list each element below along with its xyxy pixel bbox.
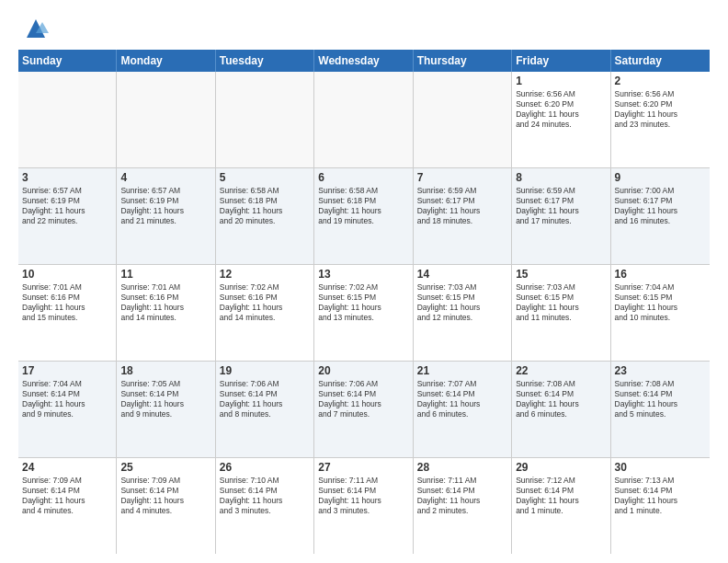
calendar-cell-1-0: 3Sunrise: 6:57 AM Sunset: 6:19 PM Daylig…: [18, 168, 117, 264]
day-number: 11: [120, 268, 210, 281]
cell-info: Sunrise: 7:11 AM Sunset: 6:14 PM Dayligh…: [417, 476, 507, 516]
top-section: [18, 15, 710, 42]
day-number: 21: [417, 364, 507, 377]
day-number: 5: [220, 171, 310, 184]
calendar-row-0: 1Sunrise: 6:56 AM Sunset: 6:20 PM Daylig…: [18, 72, 710, 168]
cell-info: Sunrise: 6:56 AM Sunset: 6:20 PM Dayligh…: [516, 89, 606, 130]
calendar-row-4: 24Sunrise: 7:09 AM Sunset: 6:14 PM Dayli…: [18, 458, 710, 554]
cell-info: Sunrise: 7:10 AM Sunset: 6:14 PM Dayligh…: [220, 476, 310, 516]
cell-info: Sunrise: 7:00 AM Sunset: 6:17 PM Dayligh…: [615, 186, 706, 226]
day-number: 26: [220, 461, 310, 474]
cell-info: Sunrise: 7:01 AM Sunset: 6:16 PM Dayligh…: [120, 282, 210, 323]
calendar-cell-3-0: 17Sunrise: 7:04 AM Sunset: 6:14 PM Dayli…: [18, 362, 117, 457]
page: SundayMondayTuesdayWednesdayThursdayFrid…: [0, 0, 728, 563]
cell-info: Sunrise: 7:04 AM Sunset: 6:15 PM Dayligh…: [615, 282, 706, 323]
header-cell-thursday: Thursday: [414, 50, 512, 72]
calendar-cell-1-4: 7Sunrise: 6:59 AM Sunset: 6:17 PM Daylig…: [414, 168, 512, 264]
calendar-cell-0-0: [18, 72, 117, 167]
cell-info: Sunrise: 7:04 AM Sunset: 6:14 PM Dayligh…: [22, 379, 112, 419]
header-cell-tuesday: Tuesday: [216, 50, 314, 72]
header-cell-monday: Monday: [117, 50, 215, 72]
calendar-cell-0-3: [314, 72, 413, 167]
day-number: 19: [220, 364, 310, 377]
calendar-cell-2-4: 14Sunrise: 7:03 AM Sunset: 6:15 PM Dayli…: [414, 265, 512, 361]
calendar-cell-2-1: 11Sunrise: 7:01 AM Sunset: 6:16 PM Dayli…: [117, 265, 215, 361]
cell-info: Sunrise: 6:58 AM Sunset: 6:18 PM Dayligh…: [220, 186, 310, 226]
calendar-row-1: 3Sunrise: 6:57 AM Sunset: 6:19 PM Daylig…: [18, 168, 710, 265]
day-number: 3: [22, 171, 112, 184]
day-number: 30: [615, 461, 706, 474]
calendar-cell-4-3: 27Sunrise: 7:11 AM Sunset: 6:14 PM Dayli…: [314, 458, 413, 554]
calendar-cell-1-1: 4Sunrise: 6:57 AM Sunset: 6:19 PM Daylig…: [117, 168, 215, 264]
day-number: 22: [516, 364, 606, 377]
cell-info: Sunrise: 7:06 AM Sunset: 6:14 PM Dayligh…: [220, 379, 310, 419]
cell-info: Sunrise: 6:57 AM Sunset: 6:19 PM Dayligh…: [120, 186, 210, 226]
calendar-cell-1-5: 8Sunrise: 6:59 AM Sunset: 6:17 PM Daylig…: [512, 168, 610, 264]
calendar-cell-2-3: 13Sunrise: 7:02 AM Sunset: 6:15 PM Dayli…: [314, 265, 413, 361]
cell-info: Sunrise: 7:09 AM Sunset: 6:14 PM Dayligh…: [22, 476, 112, 516]
day-number: 25: [120, 461, 210, 474]
calendar-cell-0-1: [117, 72, 215, 167]
day-number: 20: [318, 364, 408, 377]
calendar-cell-4-0: 24Sunrise: 7:09 AM Sunset: 6:14 PM Dayli…: [18, 458, 117, 554]
day-number: 16: [615, 268, 706, 281]
day-number: 1: [516, 75, 606, 87]
calendar-cell-3-3: 20Sunrise: 7:06 AM Sunset: 6:14 PM Dayli…: [314, 362, 413, 457]
cell-info: Sunrise: 7:02 AM Sunset: 6:16 PM Dayligh…: [220, 282, 310, 323]
cell-info: Sunrise: 7:08 AM Sunset: 6:14 PM Dayligh…: [516, 379, 606, 419]
calendar-cell-4-5: 29Sunrise: 7:12 AM Sunset: 6:14 PM Dayli…: [512, 458, 610, 554]
header-cell-friday: Friday: [512, 50, 610, 72]
day-number: 7: [417, 171, 507, 184]
cell-info: Sunrise: 7:06 AM Sunset: 6:14 PM Dayligh…: [318, 379, 408, 419]
calendar-header: SundayMondayTuesdayWednesdayThursdayFrid…: [18, 50, 710, 72]
header-cell-sunday: Sunday: [18, 50, 117, 72]
cell-info: Sunrise: 6:56 AM Sunset: 6:20 PM Dayligh…: [615, 89, 706, 130]
header-cell-wednesday: Wednesday: [314, 50, 413, 72]
calendar-cell-4-4: 28Sunrise: 7:11 AM Sunset: 6:14 PM Dayli…: [414, 458, 512, 554]
calendar-cell-0-6: 2Sunrise: 6:56 AM Sunset: 6:20 PM Daylig…: [611, 72, 710, 167]
logo: [18, 15, 50, 42]
cell-info: Sunrise: 7:03 AM Sunset: 6:15 PM Dayligh…: [417, 282, 507, 323]
day-number: 6: [318, 171, 408, 184]
cell-info: Sunrise: 7:03 AM Sunset: 6:15 PM Dayligh…: [516, 282, 606, 323]
calendar-cell-2-0: 10Sunrise: 7:01 AM Sunset: 6:16 PM Dayli…: [18, 265, 117, 361]
day-number: 2: [615, 75, 706, 87]
cell-info: Sunrise: 7:12 AM Sunset: 6:14 PM Dayligh…: [516, 476, 606, 516]
calendar-cell-1-6: 9Sunrise: 7:00 AM Sunset: 6:17 PM Daylig…: [611, 168, 710, 264]
cell-info: Sunrise: 6:57 AM Sunset: 6:19 PM Dayligh…: [22, 186, 112, 226]
day-number: 14: [417, 268, 507, 281]
calendar-cell-3-6: 23Sunrise: 7:08 AM Sunset: 6:14 PM Dayli…: [611, 362, 710, 457]
cell-info: Sunrise: 7:02 AM Sunset: 6:15 PM Dayligh…: [318, 282, 408, 323]
cell-info: Sunrise: 7:13 AM Sunset: 6:14 PM Dayligh…: [615, 476, 706, 516]
calendar: SundayMondayTuesdayWednesdayThursdayFrid…: [18, 50, 710, 554]
cell-info: Sunrise: 7:11 AM Sunset: 6:14 PM Dayligh…: [318, 476, 408, 516]
cell-info: Sunrise: 7:09 AM Sunset: 6:14 PM Dayligh…: [120, 476, 210, 516]
calendar-cell-3-5: 22Sunrise: 7:08 AM Sunset: 6:14 PM Dayli…: [512, 362, 610, 457]
cell-info: Sunrise: 7:07 AM Sunset: 6:14 PM Dayligh…: [417, 379, 507, 419]
calendar-body: 1Sunrise: 6:56 AM Sunset: 6:20 PM Daylig…: [18, 72, 710, 554]
day-number: 23: [615, 364, 706, 377]
calendar-cell-0-2: [216, 72, 314, 167]
calendar-cell-0-4: [414, 72, 512, 167]
day-number: 17: [22, 364, 112, 377]
day-number: 9: [615, 171, 706, 184]
day-number: 10: [22, 268, 112, 281]
cell-info: Sunrise: 6:59 AM Sunset: 6:17 PM Dayligh…: [516, 186, 606, 226]
day-number: 8: [516, 171, 606, 184]
cell-info: Sunrise: 7:01 AM Sunset: 6:16 PM Dayligh…: [22, 282, 112, 323]
calendar-row-3: 17Sunrise: 7:04 AM Sunset: 6:14 PM Dayli…: [18, 362, 710, 458]
day-number: 4: [120, 171, 210, 184]
cell-info: Sunrise: 6:59 AM Sunset: 6:17 PM Dayligh…: [417, 186, 507, 226]
header-cell-saturday: Saturday: [611, 50, 710, 72]
day-number: 13: [318, 268, 408, 281]
calendar-cell-4-2: 26Sunrise: 7:10 AM Sunset: 6:14 PM Dayli…: [216, 458, 314, 554]
cell-info: Sunrise: 6:58 AM Sunset: 6:18 PM Dayligh…: [318, 186, 408, 226]
cell-info: Sunrise: 7:05 AM Sunset: 6:14 PM Dayligh…: [120, 379, 210, 419]
calendar-row-2: 10Sunrise: 7:01 AM Sunset: 6:16 PM Dayli…: [18, 265, 710, 362]
calendar-cell-3-4: 21Sunrise: 7:07 AM Sunset: 6:14 PM Dayli…: [414, 362, 512, 457]
cell-info: Sunrise: 7:08 AM Sunset: 6:14 PM Dayligh…: [615, 379, 706, 419]
day-number: 12: [220, 268, 310, 281]
day-number: 15: [516, 268, 606, 281]
calendar-cell-0-5: 1Sunrise: 6:56 AM Sunset: 6:20 PM Daylig…: [512, 72, 610, 167]
calendar-cell-4-1: 25Sunrise: 7:09 AM Sunset: 6:14 PM Dayli…: [117, 458, 215, 554]
